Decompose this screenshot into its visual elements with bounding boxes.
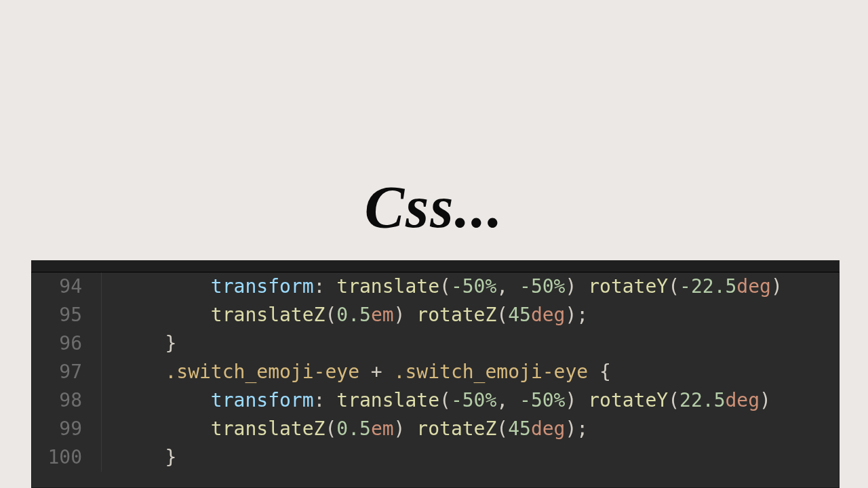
code-token: ) (565, 389, 588, 411)
code-token: deg (726, 389, 760, 411)
code-token: em (371, 304, 394, 326)
line-content[interactable]: translateZ(0.5em) rotateZ(45deg); (102, 301, 588, 329)
code-editor[interactable]: 94 transform: translate(-50%, -50%) rota… (31, 260, 840, 488)
line-content[interactable]: transform: translate(-50%, -50%) rotateY… (102, 272, 783, 301)
code-token: 22.5 (679, 389, 725, 411)
code-token: rotateZ (416, 418, 496, 440)
code-token: ; (576, 418, 588, 440)
code-token: 0.5 (336, 418, 371, 440)
code-token: { (588, 361, 611, 383)
code-line[interactable]: 99 translateZ(0.5em) rotateZ(45deg); (31, 415, 840, 443)
code-token: rotateY (588, 389, 668, 411)
code-token: translate (336, 389, 439, 411)
code-token: 45 (508, 418, 531, 440)
stage: Css... 94 transform: translate(-50%, -50… (0, 0, 868, 488)
editor-code-area[interactable]: 94 transform: translate(-50%, -50%) rota… (31, 272, 840, 472)
code-token: , (496, 275, 519, 298)
code-token: translateZ (211, 304, 326, 326)
code-token: ( (325, 304, 336, 326)
code-token: ) (565, 275, 588, 298)
line-content[interactable]: } (102, 443, 176, 472)
editor-breadcrumb (31, 260, 840, 272)
code-token: rotateZ (416, 304, 496, 326)
code-token: ( (496, 304, 508, 326)
code-token: ( (439, 389, 451, 411)
code-token: rotateY (588, 275, 668, 298)
code-line[interactable]: 98 transform: translate(-50%, -50%) rota… (31, 386, 840, 415)
code-token: 0.5 (336, 304, 371, 326)
code-token: -50% (519, 275, 565, 298)
code-token: deg (531, 304, 566, 326)
code-token: ( (439, 275, 451, 298)
code-token: 45 (508, 304, 531, 326)
code-token: ( (496, 418, 508, 440)
code-token: , (496, 389, 519, 411)
code-token: .switch_emoji-eye (165, 361, 359, 383)
line-content[interactable]: transform: translate(-50%, -50%) rotateY… (102, 386, 771, 415)
code-line[interactable]: 97 .switch_emoji-eye + .switch_emoji-eye… (31, 358, 840, 386)
code-line[interactable]: 95 translateZ(0.5em) rotateZ(45deg); (31, 301, 840, 329)
code-token: -22.5 (679, 275, 736, 298)
page-title: Css... (0, 173, 868, 241)
line-number: 96 (31, 329, 102, 358)
code-token: } (165, 446, 176, 468)
code-token: ) (565, 418, 576, 440)
code-token: ( (668, 275, 679, 298)
code-token: ) (771, 275, 783, 298)
code-token: -50% (519, 389, 565, 411)
line-content[interactable]: .switch_emoji-eye + .switch_emoji-eye { (102, 358, 611, 386)
code-token: ) (565, 304, 576, 326)
code-token: -50% (451, 275, 496, 298)
code-token: ( (668, 389, 679, 411)
line-number: 95 (31, 301, 102, 329)
code-token: ; (576, 304, 588, 326)
line-content[interactable]: } (102, 329, 176, 358)
code-line[interactable]: 96 } (31, 329, 840, 358)
code-token: deg (736, 275, 771, 298)
code-token: transform (211, 275, 314, 298)
code-token: : (314, 275, 337, 298)
code-line[interactable]: 94 transform: translate(-50%, -50%) rota… (31, 272, 840, 301)
code-token: ( (325, 418, 336, 440)
code-token: + (359, 361, 394, 383)
line-number: 100 (31, 443, 102, 472)
line-number: 98 (31, 386, 102, 415)
code-token: } (165, 332, 176, 354)
code-line[interactable]: 100 } (31, 443, 840, 472)
line-number: 97 (31, 358, 102, 386)
code-token: deg (531, 418, 566, 440)
code-token: ) (394, 304, 417, 326)
code-token: translate (336, 275, 439, 298)
code-token: translateZ (211, 418, 326, 440)
code-token: ) (394, 418, 417, 440)
line-content[interactable]: translateZ(0.5em) rotateZ(45deg); (102, 415, 588, 443)
code-token: em (371, 418, 394, 440)
code-token: transform (211, 389, 314, 411)
code-token: -50% (451, 389, 496, 411)
code-token: .switch_emoji-eye (394, 361, 589, 383)
line-number: 94 (31, 272, 102, 301)
line-number: 99 (31, 415, 102, 443)
code-token: ) (760, 389, 771, 411)
code-token: : (314, 389, 337, 411)
